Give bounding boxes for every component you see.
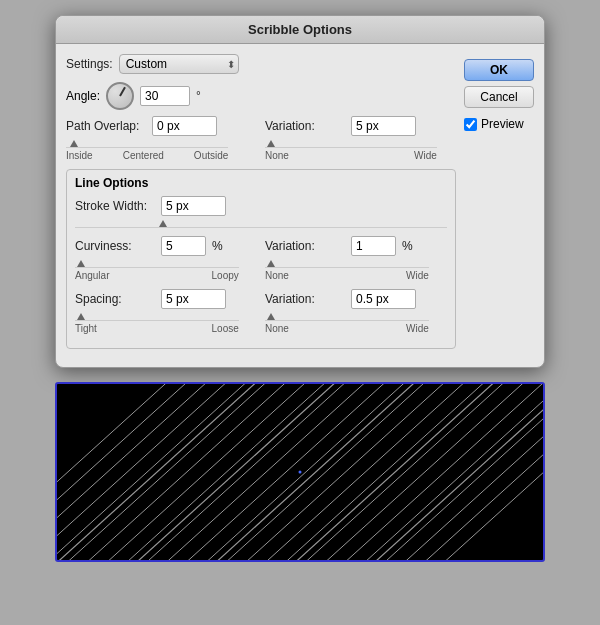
curviness-variation-unit: % xyxy=(402,239,413,253)
svg-line-5 xyxy=(107,384,315,562)
cancel-button[interactable]: Cancel xyxy=(464,86,534,108)
dialog-title: Scribble Options xyxy=(56,16,544,44)
curviness-variation-slider-section: None Wide xyxy=(265,260,447,281)
preview-checkbox[interactable] xyxy=(464,118,477,131)
svg-line-29 xyxy=(374,384,543,562)
curviness-row: Curviness: % xyxy=(75,236,257,256)
svg-line-26 xyxy=(136,384,344,562)
dialog-buttons: OK Cancel Preview xyxy=(464,59,534,357)
path-overlap-variation-row: Path Overlap: Variation: xyxy=(66,116,456,140)
spacing-sliders: Tight Loose None Wide xyxy=(75,313,447,334)
curviness-slider-section: Angular Loopy xyxy=(75,260,257,281)
curviness-variation-row: Curviness: % Variation: % xyxy=(75,236,447,260)
spacing-row: Spacing: xyxy=(75,289,257,309)
overlap-slider-labels: Inside Centered Outside xyxy=(66,150,228,161)
spacing-slider-labels: Tight Loose xyxy=(75,323,239,334)
spacing-variation-row: Variation: xyxy=(265,289,447,309)
svg-line-16 xyxy=(325,384,533,562)
spacing-variation-label: Variation: xyxy=(265,292,345,306)
variation-row: Variation: xyxy=(265,116,456,136)
svg-line-7 xyxy=(146,384,354,562)
svg-line-22 xyxy=(444,384,543,562)
stroke-width-section: Stroke Width: xyxy=(75,196,447,228)
svg-line-8 xyxy=(166,384,374,562)
curviness-variation-row: Variation: % xyxy=(265,236,447,256)
settings-select[interactable]: Custom Default Sumi-e Maidenhair xyxy=(119,54,239,74)
angle-unit: ° xyxy=(196,89,201,103)
svg-line-15 xyxy=(305,384,513,562)
stroke-width-input[interactable] xyxy=(161,196,226,216)
center-dot xyxy=(299,471,302,474)
curviness-slider-labels: Angular Loopy xyxy=(75,270,239,281)
angle-group: Angle: ° xyxy=(66,82,456,110)
curviness-variation-slider-triangle[interactable] xyxy=(267,260,275,267)
overlap-slider-triangle[interactable] xyxy=(70,140,78,147)
scribble-options-dialog: Scribble Options Settings: Custom Defaul… xyxy=(55,15,545,368)
ok-button[interactable]: OK xyxy=(464,59,534,81)
path-overlap-input[interactable] xyxy=(152,116,217,136)
settings-row: Settings: Custom Default Sumi-e Maidenha… xyxy=(66,54,456,74)
svg-line-4 xyxy=(87,384,295,562)
curviness-variation-input[interactable] xyxy=(351,236,396,256)
overlap-slider-line xyxy=(66,147,228,148)
curviness-label: Curviness: xyxy=(75,239,155,253)
dialog-main-content: Settings: Custom Default Sumi-e Maidenha… xyxy=(66,54,456,357)
path-overlap-label: Path Overlap: xyxy=(66,119,146,133)
svg-line-13 xyxy=(265,384,473,562)
angle-input[interactable] xyxy=(140,86,190,106)
stroke-width-slider-triangle[interactable] xyxy=(159,220,167,227)
svg-line-3 xyxy=(67,384,275,562)
spacing-slider-triangle[interactable] xyxy=(77,313,85,320)
stroke-width-slider xyxy=(75,220,447,227)
path-overlap-section: Path Overlap: Variation: xyxy=(66,116,456,161)
variation-slider-labels: None Wide xyxy=(265,150,437,161)
svg-line-25 xyxy=(57,384,265,562)
curviness-variation-slider-labels: None Wide xyxy=(265,270,429,281)
svg-line-12 xyxy=(245,384,453,562)
variation-slider-section: None Wide xyxy=(265,140,456,161)
path-overlap-row: Path Overlap: xyxy=(66,116,257,136)
spacing-variation-row: Spacing: Variation: xyxy=(75,289,447,313)
variation-slider-line xyxy=(265,147,437,148)
spacing-variation-slider-line xyxy=(265,320,429,321)
spacing-input[interactable] xyxy=(161,289,226,309)
spacing-slider-section: Tight Loose xyxy=(75,313,257,334)
angle-label: Angle: xyxy=(66,89,100,103)
spacing-section: Spacing: Variation: T xyxy=(75,289,447,334)
curviness-input[interactable] xyxy=(161,236,206,256)
svg-line-28 xyxy=(295,384,503,562)
curviness-sliders: Angular Loopy None Wide xyxy=(75,260,447,281)
sliders-row-1: Inside Centered Outside None Wide xyxy=(66,140,456,161)
settings-label: Settings: xyxy=(66,57,113,71)
spacing-label: Spacing: xyxy=(75,292,155,306)
curviness-variation-slider-line xyxy=(265,267,429,268)
line-options-section: Line Options Stroke Width: xyxy=(66,169,456,349)
svg-line-11 xyxy=(226,384,434,562)
preview-row: Preview xyxy=(464,117,534,131)
spacing-variation-slider-section: None Wide xyxy=(265,313,447,334)
variation-slider-triangle[interactable] xyxy=(267,140,275,147)
overlap-slider-section: Inside Centered Outside xyxy=(66,140,257,161)
line-options-label: Line Options xyxy=(75,176,447,190)
settings-select-wrapper: Custom Default Sumi-e Maidenhair ⬍ xyxy=(119,54,239,74)
svg-line-9 xyxy=(186,384,394,562)
preview-label: Preview xyxy=(481,117,524,131)
spacing-variation-slider-labels: None Wide xyxy=(265,323,429,334)
spacing-variation-input[interactable] xyxy=(351,289,416,309)
curviness-slider-line xyxy=(75,267,239,268)
svg-line-27 xyxy=(216,384,424,562)
curviness-unit: % xyxy=(212,239,223,253)
stroke-width-label: Stroke Width: xyxy=(75,199,155,213)
curviness-section: Curviness: % Variation: % xyxy=(75,236,447,281)
stroke-width-row: Stroke Width: xyxy=(75,196,447,216)
variation-input[interactable] xyxy=(351,116,416,136)
angle-dial-indicator xyxy=(119,87,126,97)
svg-line-17 xyxy=(345,384,543,562)
curviness-slider-triangle[interactable] xyxy=(77,260,85,267)
stroke-width-slider-line xyxy=(75,227,447,228)
curviness-variation-label: Variation: xyxy=(265,239,345,253)
spacing-slider-line xyxy=(75,320,239,321)
variation-label: Variation: xyxy=(265,119,345,133)
spacing-variation-slider-triangle[interactable] xyxy=(267,313,275,320)
angle-dial[interactable] xyxy=(106,82,134,110)
